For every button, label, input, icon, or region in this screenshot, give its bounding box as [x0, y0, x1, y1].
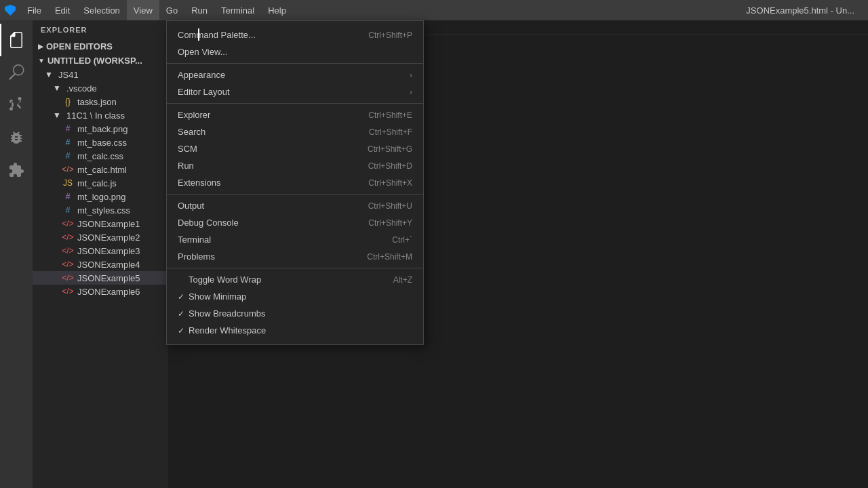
sidebar-item-vscode[interactable]: ▼ .vscode: [33, 81, 168, 95]
menu-go[interactable]: Go: [159, 0, 184, 20]
app-icon: [0, 0, 20, 20]
extensions-shortcut: Ctrl+Shift+X: [368, 178, 412, 188]
explorer-shortcut: Ctrl+Shift+E: [368, 110, 412, 120]
menu-item-show-breadcrumbs[interactable]: ✓ Show Breadcrumbs: [167, 305, 423, 322]
sidebar-item-mt-logo[interactable]: # mt_logo.png: [33, 190, 168, 203]
sidebar-item-mt-styles[interactable]: # mt_styles.css: [33, 203, 168, 217]
json1-label: JSONExample1: [77, 219, 140, 229]
terminal-shortcut: Ctrl+`: [392, 235, 412, 245]
mt-logo-label: mt_logo.png: [77, 192, 126, 202]
menu-bar: File Edit Selection View Go Run Terminal…: [20, 0, 293, 20]
render-whitespace-check: ✓: [178, 326, 189, 336]
menu-item-scm[interactable]: SCM Ctrl+Shift+G: [167, 140, 423, 157]
run-shortcut: Ctrl+Shift+D: [368, 161, 412, 171]
js41-arrow-icon: ▼: [43, 69, 54, 80]
sidebar-item-11c1[interactable]: ▼ 11C1 \ In class: [33, 108, 168, 122]
menu-item-toggle-word-wrap[interactable]: Toggle Word Wrap Alt+Z: [167, 271, 423, 288]
json4-label: JSONExample4: [77, 260, 140, 270]
menu-item-extensions[interactable]: Extensions Ctrl+Shift+X: [167, 174, 423, 191]
menu-selection[interactable]: Selection: [77, 0, 126, 20]
menu-item-explorer[interactable]: Explorer Ctrl+Shift+E: [167, 106, 423, 123]
mt-calc-css-icon: #: [62, 150, 73, 161]
open-editors-label: OPEN EDITORS: [46, 41, 113, 52]
activity-bar: [0, 20, 33, 488]
appearance-label: Appearance: [178, 70, 410, 80]
menu-run[interactable]: Run: [184, 0, 214, 20]
sidebar-item-json6[interactable]: </> JSONExample6: [33, 285, 168, 298]
menu-item-run[interactable]: Run Ctrl+Shift+D: [167, 157, 423, 174]
toggle-word-wrap-label: Toggle Word Wrap: [189, 274, 393, 285]
menu-section-1: Command Palette... Ctrl+Shift+P Open Vie…: [167, 24, 423, 64]
open-editors-arrow: ▶: [38, 43, 43, 50]
menu-item-command-palette[interactable]: Command Palette... Ctrl+Shift+P: [167, 26, 423, 43]
activity-scm[interactable]: [0, 89, 33, 121]
sidebar-item-json5[interactable]: </> JSONExample5: [33, 271, 168, 285]
problems-shortcut: Ctrl+Shift+M: [367, 252, 412, 262]
editor-layout-label: Editor Layout: [178, 87, 410, 97]
vscode-arrow-icon: ▼: [52, 83, 62, 94]
tasks-json-icon: {}: [62, 96, 73, 107]
json2-icon: </>: [62, 232, 73, 243]
sidebar-item-mt-calc-js[interactable]: JS mt_calc.js: [33, 176, 168, 190]
json3-label: JSONExample3: [77, 246, 140, 256]
activity-extensions[interactable]: [0, 154, 33, 186]
menu-item-problems[interactable]: Problems Ctrl+Shift+M: [167, 248, 423, 265]
workspace-group[interactable]: ▼ UNTITLED (WORKSP...: [33, 54, 168, 68]
tasks-json-label: tasks.json: [77, 97, 117, 107]
open-editors-group[interactable]: ▶ OPEN EDITORS: [33, 39, 168, 54]
menu-item-output[interactable]: Output Ctrl+Shift+U: [167, 197, 423, 214]
json4-icon: </>: [62, 259, 73, 270]
mt-base-icon: #: [62, 137, 73, 148]
menu-file[interactable]: File: [20, 0, 48, 20]
extensions-label: Extensions: [178, 178, 368, 188]
sidebar-item-mt-back[interactable]: # mt_back.png: [33, 122, 168, 136]
workspace-arrow: ▼: [38, 57, 45, 64]
menu-edit[interactable]: Edit: [48, 0, 77, 20]
menu-view[interactable]: View: [127, 0, 159, 20]
js41-label: JS41: [58, 70, 79, 80]
search-label: Search: [178, 127, 369, 137]
sidebar-header: Explorer: [33, 20, 168, 39]
menu-terminal[interactable]: Terminal: [214, 0, 261, 20]
sidebar-item-js41[interactable]: ▼ JS41: [33, 68, 168, 81]
sidebar-item-mt-calc-html[interactable]: </> mt_calc.html: [33, 163, 168, 176]
menu-item-appearance[interactable]: Appearance ›: [167, 66, 423, 83]
scm-label: SCM: [178, 144, 368, 154]
menu-item-terminal[interactable]: Terminal Ctrl+`: [167, 231, 423, 248]
activity-explorer[interactable]: [0, 24, 33, 56]
submenu-arrow-icon: ›: [410, 70, 412, 80]
show-breadcrumbs-check: ✓: [178, 309, 189, 319]
menu-item-open-view[interactable]: Open View...: [167, 43, 423, 60]
mt-styles-label: mt_styles.css: [77, 205, 130, 216]
vscode-label: .vscode: [66, 83, 97, 94]
json5-icon: </>: [62, 272, 73, 283]
activity-debug[interactable]: [0, 121, 33, 154]
activity-search[interactable]: [0, 56, 33, 89]
json6-label: JSONExample6: [77, 287, 140, 297]
command-palette-shortcut: Ctrl+Shift+P: [368, 30, 412, 40]
menu-section-4: Output Ctrl+Shift+U Debug Console Ctrl+S…: [167, 195, 423, 268]
mt-calc-html-icon: </>: [62, 164, 73, 175]
menu-item-search[interactable]: Search Ctrl+Shift+F: [167, 123, 423, 140]
problems-label: Problems: [178, 251, 367, 262]
menu-item-show-minimap[interactable]: ✓ Show Minimap: [167, 288, 423, 305]
mt-styles-icon: #: [62, 205, 73, 216]
sidebar-item-json3[interactable]: </> JSONExample3: [33, 244, 168, 258]
sidebar-item-mt-calc-css[interactable]: # mt_calc.css: [33, 149, 168, 163]
mt-base-label: mt_base.css: [77, 138, 127, 148]
menu-item-debug-console[interactable]: Debug Console Ctrl+Shift+Y: [167, 214, 423, 231]
menu-section-3: Explorer Ctrl+Shift+E Search Ctrl+Shift+…: [167, 104, 423, 195]
menu-section-5: Toggle Word Wrap Alt+Z ✓ Show Minimap ✓ …: [167, 268, 423, 342]
sidebar-item-json1[interactable]: </> JSONExample1: [33, 217, 168, 230]
sidebar-item-json4[interactable]: </> JSONExample4: [33, 258, 168, 271]
sidebar-item-mt-base[interactable]: # mt_base.css: [33, 136, 168, 149]
menu-item-render-whitespace[interactable]: ✓ Render Whitespace: [167, 322, 423, 339]
sidebar-item-json2[interactable]: </> JSONExample2: [33, 230, 168, 244]
mt-calc-js-label: mt_calc.js: [77, 178, 117, 188]
menu-item-editor-layout[interactable]: Editor Layout ›: [167, 83, 423, 100]
mt-calc-js-icon: JS: [62, 178, 73, 188]
menu-help[interactable]: Help: [261, 0, 293, 20]
mt-back-label: mt_back.png: [77, 124, 127, 134]
sidebar-item-tasks-json[interactable]: {} tasks.json: [33, 95, 168, 108]
11c1-arrow-icon: ▼: [52, 110, 62, 121]
